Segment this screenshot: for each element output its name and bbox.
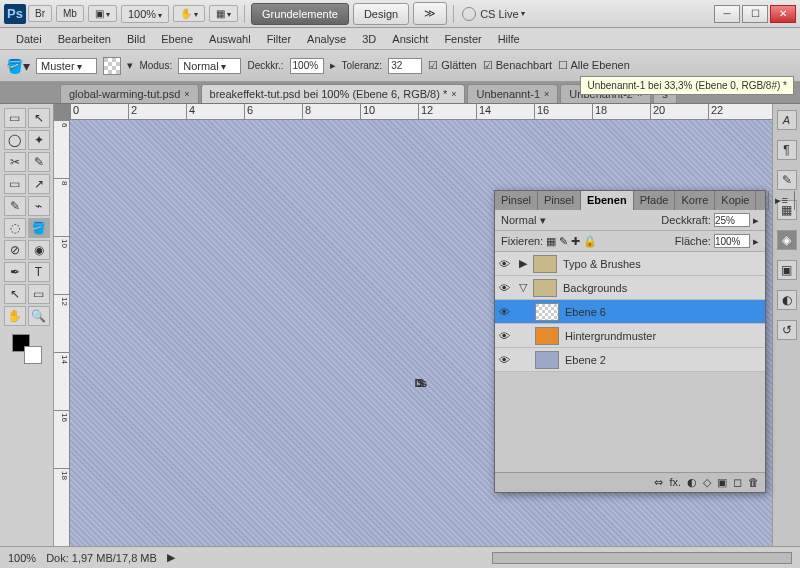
visibility-icon[interactable]: 👁 [499,258,513,270]
dock-layers-icon[interactable]: ◈ [777,230,797,250]
lock-all-icon[interactable]: 🔒 [583,235,597,247]
tool-pen[interactable]: ✒ [4,262,26,282]
mask-icon[interactable]: ◐ [687,476,697,489]
tool-path[interactable]: ↖ [4,284,26,304]
tool-history[interactable]: ⌁ [28,196,50,216]
lock-trans-icon[interactable]: ▦ [546,235,556,247]
layer-row[interactable]: 👁Ebene 6 [495,300,765,324]
trash-icon[interactable]: 🗑 [748,476,759,489]
menu-ebene[interactable]: Ebene [153,31,201,47]
layer-name[interactable]: Hintergrundmuster [565,330,656,342]
close-button[interactable]: ✕ [770,5,796,23]
scrollbar-h[interactable] [492,552,792,564]
menu-analyse[interactable]: Analyse [299,31,354,47]
dock-para-icon[interactable]: ¶ [777,140,797,160]
pattern-swatch[interactable] [103,57,121,75]
fill-input[interactable] [714,234,750,248]
tab-doc-0[interactable]: global-warming-tut.psd× [60,84,199,103]
dock-type-icon[interactable]: A [777,110,797,130]
chk-benachbart[interactable]: ☑ Benachbart [483,59,552,72]
chk-alleebenen[interactable]: ☐ Alle Ebenen [558,59,630,72]
minimize-button[interactable]: ─ [714,5,740,23]
tolerance-input[interactable] [388,58,422,74]
dock-brush-icon[interactable]: ✎ [777,170,797,190]
tool-hand[interactable]: ✋ [4,306,26,326]
tool-heal[interactable]: ▭ [4,174,26,194]
tool-crop[interactable]: ✂ [4,152,26,172]
layer-name[interactable]: Ebene 2 [565,354,606,366]
tab-doc-1[interactable]: breakeffekt-tut.psd bei 100% (Ebene 6, R… [201,84,466,103]
visibility-icon[interactable]: 👁 [499,282,513,294]
menu-auswahl[interactable]: Auswahl [201,31,259,47]
panel-menu-icon[interactable]: ▸≡ [769,191,794,210]
link-icon[interactable]: ⇔ [654,476,663,489]
tool-stamp[interactable]: ✎ [4,196,26,216]
maximize-button[interactable]: ☐ [742,5,768,23]
menu-bearbeiten[interactable]: Bearbeiten [50,31,119,47]
panel-tab-pinsel2[interactable]: Pinsel [538,191,581,210]
menu-filter[interactable]: Filter [259,31,299,47]
menu-3d[interactable]: 3D [354,31,384,47]
menu-datei[interactable]: Datei [8,31,50,47]
tool-text[interactable]: T [28,262,50,282]
tool-blur[interactable]: ⊘ [4,240,26,260]
color-swatch[interactable] [12,334,42,364]
hand-tool-button[interactable]: ✋▾ [173,5,205,22]
panel-tab-korre[interactable]: Korre [675,191,715,210]
group-icon[interactable]: ▣ [717,476,727,489]
tool-marquee[interactable]: ▭ [4,108,26,128]
chk-glatten[interactable]: ☑ Glätten [428,59,477,72]
tool-zoom[interactable]: 🔍 [28,306,50,326]
status-zoom[interactable]: 100% [8,552,36,564]
minibridge-button[interactable]: Mb [56,5,84,22]
tool-wand[interactable]: ✦ [28,130,50,150]
lock-paint-icon[interactable]: ✎ [559,235,568,247]
layers-panel[interactable]: Pinsel Pinsel Ebenen Pfade Korre Kopie ▸… [494,190,766,493]
tool-dodge[interactable]: ◉ [28,240,50,260]
fx-icon[interactable]: fx. [669,476,681,489]
bridge-button[interactable]: Br [28,5,52,22]
layer-row[interactable]: 👁Ebene 2 [495,348,765,372]
layer-row[interactable]: 👁Hintergrundmuster [495,324,765,348]
bg-color[interactable] [24,346,42,364]
tab-doc-2[interactable]: Unbenannt-1× [467,84,558,103]
layer-row[interactable]: 👁▽Backgrounds [495,276,765,300]
panel-tab-pfade[interactable]: Pfade [634,191,676,210]
tool-eyedrop[interactable]: ✎ [28,152,50,172]
workspace-grundelemente[interactable]: Grundelemente [251,3,349,25]
deck-input[interactable] [290,58,324,74]
layer-name[interactable]: Backgrounds [563,282,627,294]
panel-tab-pinsel1[interactable]: Pinsel [495,191,538,210]
layer-name[interactable]: Typo & Brushes [563,258,641,270]
dock-channels-icon[interactable]: ▣ [777,260,797,280]
tool-eraser[interactable]: ◌ [4,218,26,238]
layer-name[interactable]: Ebene 6 [565,306,606,318]
dock-paths-icon[interactable]: ◐ [777,290,797,310]
tool-shape[interactable]: ▭ [28,284,50,304]
arrange-button[interactable]: ▦▾ [209,5,238,22]
workspace-design[interactable]: Design [353,3,409,25]
visibility-icon[interactable]: 👁 [499,306,513,318]
tool-move[interactable]: ↖ [28,108,50,128]
adjust-icon[interactable]: ◇ [703,476,711,489]
dock-history-icon[interactable]: ↺ [777,320,797,340]
menu-fenster[interactable]: Fenster [436,31,489,47]
blend-mode-select[interactable]: Normal ▾ [501,214,546,227]
panel-tab-kopie[interactable]: Kopie [715,191,756,210]
screen-layout-button[interactable]: ▣▾ [88,5,117,22]
new-layer-icon[interactable]: ◻ [733,476,742,489]
tool-lasso[interactable]: ◯ [4,130,26,150]
visibility-icon[interactable]: 👁 [499,354,513,366]
zoom-level[interactable]: 100%▾ [121,5,169,23]
lock-move-icon[interactable]: ✚ [571,235,580,247]
cslive-label[interactable]: CS Live [480,8,519,20]
layer-row[interactable]: 👁▶Typo & Brushes [495,252,765,276]
fill-mode-select[interactable]: Muster ▾ [36,58,97,74]
menu-ansicht[interactable]: Ansicht [384,31,436,47]
menu-bild[interactable]: Bild [119,31,153,47]
workspace-more[interactable]: ≫ [413,2,447,25]
opacity-input[interactable] [714,213,750,227]
panel-tab-ebenen[interactable]: Ebenen [581,191,634,210]
tool-brush[interactable]: ↗ [28,174,50,194]
menu-hilfe[interactable]: Hilfe [490,31,528,47]
